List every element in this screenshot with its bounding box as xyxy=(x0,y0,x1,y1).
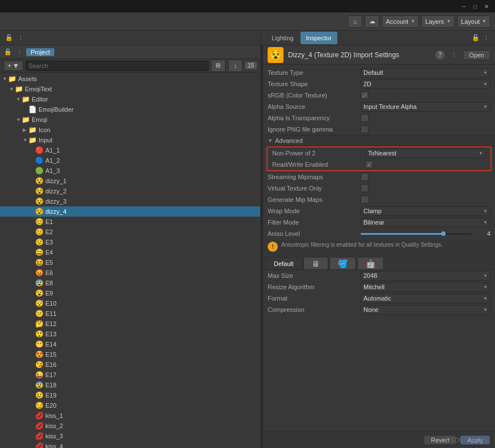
srgb-checkbox[interactable]: ✓ xyxy=(361,91,369,99)
generate-mip-checkbox[interactable] xyxy=(361,196,369,204)
resize-algo-dropdown[interactable]: Mitchell ▼ xyxy=(361,282,490,292)
tree-arrow-icon: ▼ xyxy=(9,86,15,92)
tree-item-e19[interactable]: 😢E19 xyxy=(0,390,260,400)
texture-type-row: Texture Type Default ▼ xyxy=(263,67,495,78)
tree-item-e5[interactable]: 😆E5 xyxy=(0,257,260,268)
tree-item-label: E6 xyxy=(45,269,53,276)
filter-icon-btn[interactable]: ⊞ xyxy=(211,60,226,72)
tree-item-label: EmojiText xyxy=(25,86,52,92)
tree-item-e14[interactable]: 😬E14 xyxy=(0,339,260,349)
tree-item-e12[interactable]: 🤔E12 xyxy=(0,319,260,329)
close-button[interactable]: ✕ xyxy=(483,2,490,10)
alpha-source-dropdown[interactable]: Input Texture Alpha ▼ xyxy=(361,102,490,112)
left-menu-icon[interactable]: ⋮ xyxy=(16,33,25,43)
tree-item-e15[interactable]: 😍E15 xyxy=(0,349,260,360)
tab-monitor[interactable]: 🖥 xyxy=(303,257,328,269)
tree-item-e8[interactable]: 😰E8 xyxy=(0,278,260,288)
tree-item-e20[interactable]: 😏E20 xyxy=(0,400,260,411)
tree-item-e6[interactable]: 😡E6 xyxy=(0,268,260,278)
inspector-help-button[interactable]: ? xyxy=(435,50,445,60)
inspector-title-row: 😵 Dizzy_4 (Texture 2D) Import Settings ?… xyxy=(263,45,495,65)
project-panel-header: 🔓 ⋮ Project xyxy=(0,45,260,59)
tree-item-kiss_4[interactable]: 💋kiss_4 xyxy=(0,441,260,448)
home-icon-btn[interactable]: ⌂ xyxy=(348,15,362,28)
aniso-slider[interactable] xyxy=(361,233,471,235)
project-lock-icon[interactable]: 🔓 xyxy=(3,48,12,57)
tree-item-a1_2[interactable]: 🔵A1_2 xyxy=(0,155,260,166)
tree-item-kiss_1[interactable]: 💋kiss_1 xyxy=(0,411,260,421)
tree-item-editor[interactable]: ▼📁Editor xyxy=(0,94,260,104)
inspector-menu-icon[interactable]: ⋮ xyxy=(449,50,458,60)
compression-dropdown[interactable]: None ▼ xyxy=(361,305,490,315)
minimize-button[interactable]: ─ xyxy=(460,2,468,10)
add-asset-button[interactable]: + ▼ xyxy=(3,61,23,71)
tree-item-kiss_2[interactable]: 💋kiss_2 xyxy=(0,421,260,431)
ignore-png-checkbox[interactable] xyxy=(361,125,369,133)
tree-item-e3[interactable]: 😟E3 xyxy=(0,237,260,247)
texture-shape-dropdown[interactable]: 2D ▼ xyxy=(361,79,490,89)
tree-item-dizzy_1[interactable]: 😵dizzy_1 xyxy=(0,176,260,186)
project-menu-icon[interactable]: ⋮ xyxy=(15,48,24,57)
project-search-input[interactable] xyxy=(26,61,209,71)
tree-item-icon: 📁 xyxy=(15,85,24,93)
tab-inspector[interactable]: Inspector xyxy=(301,32,337,44)
tree-item-icon: 😵 xyxy=(35,208,44,215)
left-lock-icon[interactable]: 🔓 xyxy=(5,33,14,43)
tree-item-emojibuilder[interactable]: 📄EmojiBuilder xyxy=(0,104,260,115)
ignore-png-label: Ignore PNG file gamma xyxy=(268,126,358,133)
right-menu-icon[interactable]: ⋮ xyxy=(481,33,490,43)
format-arrow-icon: ▼ xyxy=(483,296,488,301)
tree-item-e1[interactable]: 😊E1 xyxy=(0,217,260,227)
streaming-mipmaps-checkbox[interactable] xyxy=(361,173,369,181)
maximize-button[interactable]: □ xyxy=(471,2,479,10)
tree-item-input[interactable]: ▼📁Input xyxy=(0,135,260,145)
window-controls[interactable]: ─ □ ✕ xyxy=(460,2,490,10)
filter-mode-dropdown[interactable]: Bilinear ▼ xyxy=(361,218,490,227)
tree-item-emojitext[interactable]: ▼📁EmojiText xyxy=(0,84,260,94)
tree-item-icon: 😏 xyxy=(35,401,44,409)
tree-item-kiss_3[interactable]: 💋kiss_3 xyxy=(0,431,260,441)
non-power-dropdown[interactable]: ToNearest ▼ xyxy=(365,149,486,158)
wrap-mode-dropdown[interactable]: Clamp ▼ xyxy=(361,206,490,216)
read-write-checkbox[interactable]: ✓ xyxy=(365,160,373,168)
tree-item-dizzy_2[interactable]: 😵dizzy_2 xyxy=(0,186,260,196)
tree-item-e2[interactable]: 😊E2 xyxy=(0,227,260,237)
inspector-open-button[interactable]: Open xyxy=(463,50,490,60)
max-size-dropdown[interactable]: 2048 ▼ xyxy=(361,271,490,281)
account-dropdown[interactable]: Account ▼ xyxy=(382,15,419,28)
tree-item-dizzy_4[interactable]: 😵dizzy_4 xyxy=(0,206,260,217)
tree-item-e18[interactable]: 😨E18 xyxy=(0,380,260,390)
tab-bucket[interactable]: 🪣 xyxy=(329,257,356,269)
alpha-transparency-checkbox[interactable] xyxy=(361,114,369,122)
tree-item-icon: 😬 xyxy=(35,340,44,348)
tree-item-a1_3[interactable]: 🟢A1_3 xyxy=(0,166,260,176)
virtual-texture-checkbox[interactable] xyxy=(361,184,369,192)
tab-android[interactable]: 🤖 xyxy=(357,257,384,269)
advanced-section-header[interactable]: ▼ Advanced xyxy=(263,135,495,146)
tree-item-label: dizzy_1 xyxy=(45,177,66,184)
texture-type-dropdown[interactable]: Default ▼ xyxy=(361,68,490,78)
tree-item-emoji[interactable]: ▼📁Emoji xyxy=(0,115,260,125)
tree-item-e10[interactable]: 😴E10 xyxy=(0,298,260,308)
tree-item-dizzy_3[interactable]: 😵dizzy_3 xyxy=(0,196,260,206)
tree-item-e11[interactable]: 😕E11 xyxy=(0,308,260,319)
right-lock-icon[interactable]: 🔓 xyxy=(471,33,480,43)
tree-item-e13[interactable]: 😲E13 xyxy=(0,329,260,339)
tree-item-a1_1[interactable]: 🔴A1_1 xyxy=(0,145,260,155)
tree-item-e16[interactable]: 😘E16 xyxy=(0,360,260,370)
tree-item-e4[interactable]: 😄E4 xyxy=(0,247,260,257)
tree-item-e9[interactable]: 😮E9 xyxy=(0,288,260,298)
tree-item-icon[interactable]: ▶📁Icon xyxy=(0,125,260,135)
layout-dropdown[interactable]: Layout ▼ xyxy=(457,15,490,28)
tree-item-label: A1_1 xyxy=(45,147,60,154)
format-dropdown[interactable]: Automatic ▼ xyxy=(361,294,490,303)
tab-default[interactable]: Default xyxy=(265,257,302,269)
tree-item-assets[interactable]: ▼📁Assets xyxy=(0,74,260,84)
tree-item-e17[interactable]: 😜E17 xyxy=(0,370,260,380)
tree-item-label: dizzy_2 xyxy=(45,188,66,195)
sort-icon-btn[interactable]: ↕ xyxy=(228,60,243,72)
cloud-icon-btn[interactable]: ☁ xyxy=(365,15,379,28)
layers-dropdown[interactable]: Layers ▼ xyxy=(421,15,455,28)
tree-item-label: kiss_2 xyxy=(45,422,63,429)
tab-lighting[interactable]: Lighting xyxy=(266,32,299,44)
